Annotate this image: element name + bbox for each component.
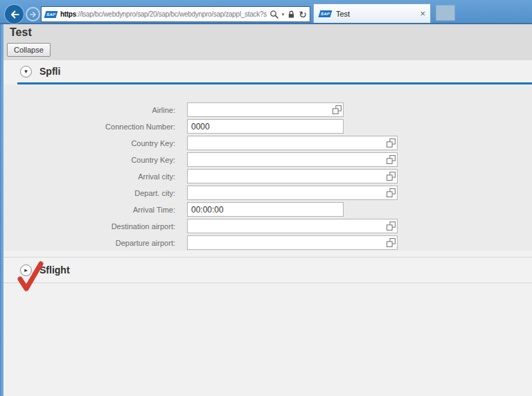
address-bar[interactable]: SAP https://lsap/bc/webdynpro/sap/20/sap…: [41, 6, 310, 22]
url-scheme: https: [60, 10, 76, 18]
value-help-icon[interactable]: [387, 172, 396, 181]
value-help-icon[interactable]: [387, 222, 396, 231]
section-title-sflight: Sflight: [39, 264, 70, 276]
field-label: Connection Number:: [3, 123, 175, 131]
form-row-country-key-2: Country Key:: [3, 152, 532, 167]
spfli-form-panel: Airline: Connection Number: Country Key:: [3, 84, 532, 251]
page-title: Test: [10, 26, 32, 39]
section-header-sflight[interactable]: ▸ Sflight: [3, 258, 532, 283]
refresh-icon[interactable]: ↻: [299, 10, 307, 19]
page-header-band: Test Collapse: [3, 24, 532, 60]
back-button[interactable]: [5, 5, 24, 24]
collapse-button[interactable]: Collapse: [7, 43, 51, 57]
value-help-icon[interactable]: [332, 105, 342, 114]
arrival-time-input[interactable]: [187, 202, 344, 217]
field-label: Depart. city:: [3, 189, 175, 197]
tab-title: Test: [336, 10, 350, 18]
sflight-expand-toggle[interactable]: ▸: [20, 264, 32, 276]
section-title-spfli: Spfli: [39, 66, 60, 77]
tab-close-icon[interactable]: ×: [420, 9, 425, 18]
form-row-airline: Airline:: [3, 102, 532, 117]
departure-airport-input[interactable]: [187, 235, 398, 250]
forward-arrow-icon: [29, 10, 37, 19]
field-label: Arrival city:: [3, 172, 175, 181]
browser-chrome: SAP https://lsap/bc/webdynpro/sap/20/sap…: [0, 0, 532, 24]
chrome-bottom-border: [0, 23, 532, 24]
sap-favicon-icon: SAP: [44, 11, 58, 18]
field-label: Country Key:: [3, 139, 175, 147]
field-label: Country Key:: [3, 156, 175, 164]
browser-tab[interactable]: SAP Test ×: [313, 3, 431, 23]
destination-airport-input[interactable]: [187, 219, 398, 233]
search-dropdown-caret-icon[interactable]: ▾: [282, 12, 285, 17]
airline-input[interactable]: [187, 102, 344, 117]
new-tab-button[interactable]: [436, 5, 455, 21]
section-header-spfli[interactable]: ▾ Spfli: [3, 60, 532, 82]
depart-city-input[interactable]: [187, 186, 398, 200]
field-label: Arrival Time:: [3, 206, 175, 214]
form-row-depart-city: Depart. city:: [3, 186, 532, 200]
form-row-arrival-time: Arrival Time:: [3, 202, 532, 217]
spfli-form: Airline: Connection Number: Country Key:: [3, 102, 532, 252]
form-row-connection-number: Connection Number:: [3, 119, 532, 134]
country-key-2-input[interactable]: [187, 152, 398, 167]
address-bar-icons: ▾ ↻: [269, 10, 307, 19]
arrival-city-input[interactable]: [187, 169, 398, 183]
field-label: Departure airport:: [3, 239, 175, 247]
country-key-1-input[interactable]: [187, 136, 398, 150]
value-help-icon[interactable]: [387, 238, 396, 247]
spfli-collapse-toggle[interactable]: ▾: [20, 66, 32, 78]
lock-icon[interactable]: [287, 10, 295, 19]
connection-number-input[interactable]: [187, 119, 344, 134]
value-help-icon[interactable]: [387, 155, 396, 164]
chevron-right-icon: ▸: [24, 267, 28, 273]
section-gap: [3, 251, 532, 257]
forward-button[interactable]: [26, 7, 40, 21]
field-label: Airline:: [3, 106, 175, 114]
form-row-departure-airport: Departure airport:: [3, 235, 532, 250]
screen: SAP https://lsap/bc/webdynpro/sap/20/sap…: [0, 0, 532, 396]
form-row-destination-airport: Destination airport:: [3, 219, 532, 233]
url-path: ://lsap/bc/webdynpro/sap/20/sap/bc/webdy…: [76, 10, 267, 18]
value-help-icon[interactable]: [387, 138, 396, 147]
page-empty-area: [3, 284, 532, 396]
form-row-country-key-1: Country Key:: [3, 136, 532, 150]
tab-favicon-icon: SAP: [319, 10, 332, 17]
back-arrow-icon: [9, 9, 20, 20]
url-text: https://lsap/bc/webdynpro/sap/20/sap/bc/…: [60, 10, 267, 18]
field-label: Destination airport:: [3, 222, 175, 231]
form-row-arrival-city: Arrival city:: [3, 169, 532, 183]
chevron-down-icon: ▾: [24, 69, 28, 75]
search-icon[interactable]: [269, 10, 278, 19]
value-help-icon[interactable]: [387, 188, 396, 197]
